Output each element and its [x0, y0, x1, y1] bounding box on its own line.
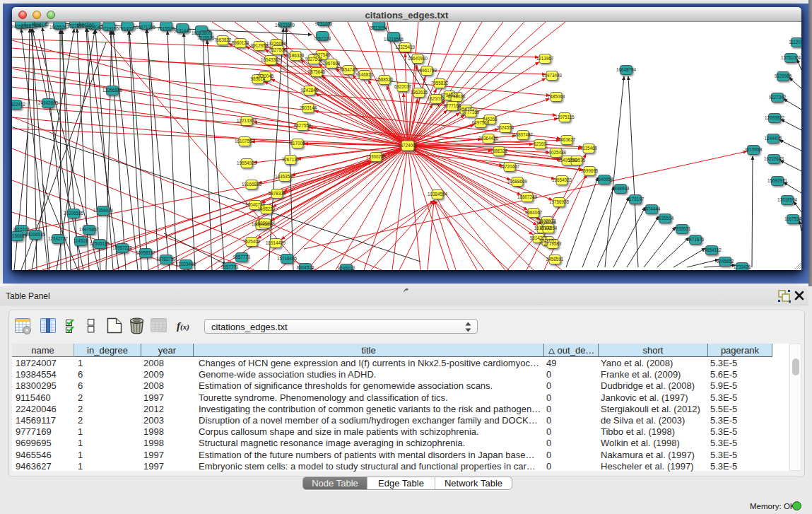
- svg-text:19975857: 19975857: [79, 227, 100, 232]
- svg-text:7625402: 7625402: [243, 239, 261, 244]
- svg-text:10719155: 10719155: [99, 26, 119, 31]
- svg-text:6794028: 6794028: [448, 94, 466, 99]
- svg-text:15720407: 15720407: [500, 164, 520, 169]
- svg-text:13751074: 13751074: [781, 55, 801, 60]
- svg-text:9231065: 9231065: [315, 22, 333, 26]
- svg-text:9131446: 9131446: [174, 28, 192, 33]
- svg-text:7485063: 7485063: [548, 94, 565, 99]
- svg-text:18807249: 18807249: [517, 194, 538, 199]
- svg-text:7914063: 7914063: [119, 26, 136, 31]
- svg-text:9657771: 9657771: [233, 255, 251, 259]
- svg-text:4744854: 4744854: [540, 226, 558, 230]
- svg-text:8186323: 8186323: [287, 53, 305, 58]
- svg-text:12213303: 12213303: [237, 118, 257, 123]
- svg-text:9806142: 9806142: [32, 22, 49, 27]
- svg-text:9227342: 9227342: [769, 95, 787, 100]
- svg-text:1213967: 1213967: [536, 56, 554, 61]
- svg-text:10782759: 10782759: [156, 257, 177, 262]
- svg-text:2719583: 2719583: [544, 241, 562, 246]
- svg-text:15692971: 15692971: [767, 178, 788, 183]
- svg-text:19756928: 19756928: [549, 199, 570, 204]
- svg-text:1549575: 1549575: [568, 158, 586, 163]
- svg-text:9146821: 9146821: [356, 72, 374, 77]
- svg-text:14353594: 14353594: [275, 174, 295, 179]
- svg-text:10958137: 10958137: [136, 250, 156, 255]
- svg-text:16033809: 16033809: [275, 23, 295, 28]
- svg-text:8960124: 8960124: [232, 40, 249, 45]
- svg-text:17957225: 17957225: [112, 245, 133, 250]
- svg-text:15716485: 15716485: [277, 256, 298, 261]
- svg-text:1588520: 1588520: [376, 77, 394, 82]
- svg-text:19384554: 19384554: [428, 192, 448, 197]
- svg-text:1112074: 1112074: [789, 40, 801, 45]
- svg-text:19654923: 19654923: [552, 177, 572, 182]
- svg-text:16648784: 16648784: [616, 67, 637, 72]
- svg-text:10025438: 10025438: [546, 150, 567, 155]
- svg-text:817006: 817006: [290, 141, 305, 146]
- svg-text:19166825: 19166825: [242, 182, 262, 187]
- svg-text:3215958: 3215958: [745, 147, 763, 152]
- svg-text:9777169: 9777169: [462, 110, 480, 115]
- svg-text:12505135: 12505135: [90, 241, 110, 246]
- svg-text:7955812: 7955812: [431, 81, 449, 86]
- svg-text:9129966: 9129966: [775, 74, 792, 78]
- svg-text:5878334: 5878334: [269, 191, 286, 196]
- svg-text:3267130: 3267130: [282, 157, 300, 162]
- svg-text:12342737: 12342737: [48, 236, 69, 241]
- svg-text:5875645: 5875645: [308, 69, 326, 74]
- svg-text:16107552: 16107552: [235, 139, 255, 144]
- svg-text:8904512: 8904512: [297, 265, 314, 270]
- svg-text:1167534: 1167534: [784, 216, 801, 221]
- svg-text:9327508: 9327508: [269, 47, 287, 52]
- svg-text:9657771: 9657771: [221, 264, 239, 269]
- svg-text:114519: 114519: [73, 238, 88, 243]
- svg-text:9242848: 9242848: [301, 88, 319, 93]
- svg-text:10807487: 10807487: [513, 132, 534, 137]
- svg-text:19218506: 19218506: [384, 37, 404, 42]
- svg-text:15300285: 15300285: [366, 154, 387, 159]
- svg-text:2803144: 2803144: [300, 105, 317, 110]
- svg-text:24942603: 24942603: [38, 100, 59, 105]
- svg-text:1362615: 1362615: [411, 90, 428, 95]
- svg-text:20206535: 20206535: [25, 232, 46, 237]
- svg-text:8813054: 8813054: [370, 25, 388, 30]
- svg-text:13325419: 13325419: [395, 45, 416, 49]
- svg-text:2935514: 2935514: [657, 216, 674, 221]
- svg-text:10973493: 10973493: [542, 73, 563, 78]
- svg-text:3915161: 3915161: [13, 227, 30, 232]
- svg-text:12093822: 12093822: [765, 115, 785, 120]
- svg-text:16033809: 16033809: [192, 30, 212, 35]
- svg-text:12023448: 12023448: [176, 262, 196, 267]
- svg-text:12975115: 12975115: [555, 115, 575, 119]
- svg-text:10688609: 10688609: [507, 179, 528, 184]
- svg-text:20206535: 20206535: [64, 211, 84, 216]
- svg-text:9245652: 9245652: [717, 259, 734, 264]
- svg-text:95822412: 95822412: [12, 102, 25, 107]
- svg-text:7515526: 7515526: [158, 26, 175, 31]
- svg-text:7515526: 7515526: [197, 35, 215, 40]
- svg-text:16961758: 16961758: [417, 68, 437, 73]
- svg-text:2967608: 2967608: [323, 61, 341, 66]
- svg-text:8938913: 8938913: [612, 186, 630, 191]
- svg-text:8471676: 8471676: [687, 237, 705, 242]
- svg-text:18724007: 18724007: [398, 143, 418, 148]
- svg-text:1640954: 1640954: [596, 177, 613, 182]
- svg-text:8454749: 8454749: [340, 67, 358, 72]
- svg-text:19654923: 19654923: [237, 160, 257, 165]
- svg-text:6322037: 6322037: [394, 84, 412, 89]
- svg-text:20364436: 20364436: [478, 136, 499, 141]
- svg-text:9474444: 9474444: [643, 206, 661, 211]
- svg-text:1498222: 1498222: [258, 206, 276, 211]
- svg-text:9463627: 9463627: [558, 137, 576, 142]
- svg-text:16914479: 16914479: [266, 240, 286, 245]
- svg-text:62160: 62160: [534, 141, 546, 146]
- svg-text:15640910: 15640910: [408, 56, 428, 61]
- svg-text:989614: 989614: [250, 76, 266, 81]
- svg-text:1621072: 1621072: [428, 96, 445, 101]
- svg-text:746266: 746266: [482, 117, 498, 122]
- svg-text:16543362: 16543362: [261, 57, 281, 62]
- svg-text:9115460: 9115460: [580, 146, 598, 151]
- svg-text:7663822: 7663822: [214, 37, 232, 42]
- svg-text:13226058: 13226058: [266, 41, 287, 46]
- svg-text:16210643: 16210643: [764, 156, 784, 161]
